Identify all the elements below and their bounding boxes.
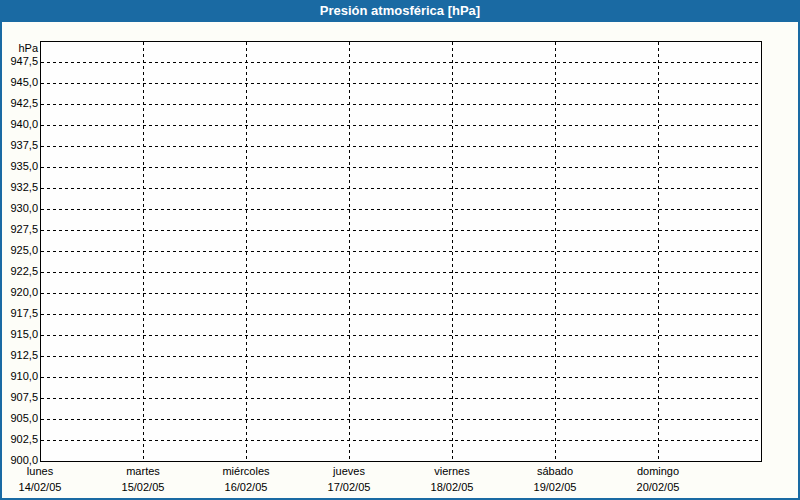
x-day-label: martes bbox=[93, 465, 193, 478]
y-tick-label: 912,5 bbox=[2, 349, 38, 362]
v-gridline bbox=[246, 42, 247, 461]
y-axis-unit-label: hPa bbox=[2, 42, 38, 55]
y-tick-label: 902,5 bbox=[2, 433, 38, 446]
x-date-label: 16/02/05 bbox=[196, 481, 296, 494]
x-day-label: miércoles bbox=[196, 465, 296, 478]
h-gridline bbox=[41, 251, 761, 252]
y-tick-label: 917,5 bbox=[2, 307, 38, 320]
y-tick-label: 915,0 bbox=[2, 328, 38, 341]
v-gridline bbox=[349, 42, 350, 461]
h-gridline bbox=[41, 440, 761, 441]
y-tick-label: 940,0 bbox=[2, 118, 38, 131]
v-gridline bbox=[452, 42, 453, 461]
x-day-label: domingo bbox=[608, 465, 708, 478]
h-gridline bbox=[41, 398, 761, 399]
x-date-label: 19/02/05 bbox=[505, 481, 605, 494]
h-gridline bbox=[41, 209, 761, 210]
y-tick-label: 930,0 bbox=[2, 202, 38, 215]
y-tick-label: 927,5 bbox=[2, 223, 38, 236]
h-gridline bbox=[41, 419, 761, 420]
h-gridline bbox=[41, 188, 761, 189]
x-day-label: viernes bbox=[402, 465, 502, 478]
x-day-label: sábado bbox=[505, 465, 605, 478]
x-date-label: 14/02/05 bbox=[2, 481, 90, 494]
y-tick-label: 935,0 bbox=[2, 160, 38, 173]
x-date-label: 17/02/05 bbox=[299, 481, 399, 494]
y-tick-label: 925,0 bbox=[2, 244, 38, 257]
y-tick-label: 907,5 bbox=[2, 391, 38, 404]
chart-title: Presión atmosférica [hPa] bbox=[320, 3, 480, 18]
y-tick-label: 945,0 bbox=[2, 76, 38, 89]
y-tick-label: 910,0 bbox=[2, 370, 38, 383]
y-tick-label: 937,5 bbox=[2, 139, 38, 152]
y-tick-label: 947,5 bbox=[2, 55, 38, 68]
h-gridline bbox=[41, 272, 761, 273]
h-gridline bbox=[41, 146, 761, 147]
h-gridline bbox=[41, 335, 761, 336]
v-gridline bbox=[143, 42, 144, 461]
y-tick-label: 932,5 bbox=[2, 181, 38, 194]
h-gridline bbox=[41, 230, 761, 231]
x-day-label: lunes bbox=[2, 465, 90, 478]
y-tick-label: 942,5 bbox=[2, 97, 38, 110]
h-gridline bbox=[41, 314, 761, 315]
app-window: Presión atmosférica [hPa] hPa 947,5945,0… bbox=[0, 0, 800, 500]
chart-canvas: hPa 947,5945,0942,5940,0937,5935,0932,59… bbox=[2, 22, 798, 498]
h-gridline bbox=[41, 62, 761, 63]
y-tick-label: 920,0 bbox=[2, 286, 38, 299]
h-gridline bbox=[41, 83, 761, 84]
v-gridline bbox=[555, 42, 556, 461]
h-gridline bbox=[41, 104, 761, 105]
h-gridline bbox=[41, 293, 761, 294]
x-date-label: 18/02/05 bbox=[402, 481, 502, 494]
y-tick-label: 922,5 bbox=[2, 265, 38, 278]
y-tick-label: 905,0 bbox=[2, 412, 38, 425]
h-gridline bbox=[41, 377, 761, 378]
h-gridline bbox=[41, 125, 761, 126]
x-date-label: 15/02/05 bbox=[93, 481, 193, 494]
h-gridline bbox=[41, 167, 761, 168]
x-date-label: 20/02/05 bbox=[608, 481, 708, 494]
v-gridline bbox=[658, 42, 659, 461]
chart-title-bar: Presión atmosférica [hPa] bbox=[0, 0, 800, 22]
h-gridline bbox=[41, 356, 761, 357]
x-day-label: jueves bbox=[299, 465, 399, 478]
